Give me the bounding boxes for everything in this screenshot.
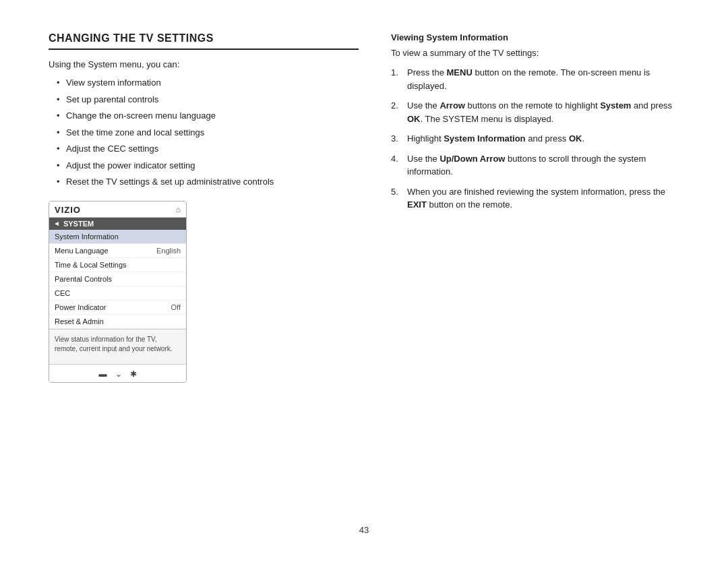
tv-screen-mockup: VIZIO ⌂ ◄ SYSTEM System Information Menu…: [49, 201, 187, 383]
two-column-layout: CHANGING THE TV SETTINGS Using the Syste…: [49, 32, 679, 509]
menu-item-value: English: [156, 247, 181, 255]
section-title: CHANGING THE TV SETTINGS: [49, 32, 359, 50]
menu-item-label: CEC: [55, 289, 70, 297]
menu-item-label: System Information: [55, 232, 119, 241]
vizio-logo: VIZIO: [55, 205, 81, 215]
list-item: Change the on-screen menu language: [57, 109, 359, 123]
list-item: Adjust the CEC settings: [57, 142, 359, 156]
bullet-list: View system information Set up parental …: [57, 76, 359, 189]
step-text: Use the Up/Down Arrow buttons to scroll …: [407, 152, 679, 179]
menu-item-label: Reset & Admin: [55, 317, 104, 325]
tv-menu-item-system-info: System Information: [49, 230, 186, 244]
page-container: CHANGING THE TV SETTINGS Using the Syste…: [0, 0, 728, 562]
step-1: 1. Press the MENU button on the remote. …: [391, 66, 679, 92]
steps-list: 1. Press the MENU button on the remote. …: [391, 66, 679, 212]
tv-menu-item-menu-language: Menu Language English: [49, 244, 186, 258]
page-number: 43: [49, 525, 679, 535]
menu-item-label: Menu Language: [55, 247, 109, 255]
home-icon: ⌂: [176, 205, 181, 214]
tv-icon-input: ▬: [99, 369, 107, 379]
list-item: Reset the TV settings & set up administr…: [57, 175, 359, 189]
step-number: 4.: [391, 152, 402, 179]
step-4: 4. Use the Up/Down Arrow buttons to scro…: [391, 152, 679, 179]
system-label: SYSTEM: [63, 220, 94, 228]
step-5: 5. When you are finished reviewing the s…: [391, 185, 679, 212]
tv-menu-item-power-indicator: Power Indicator Off: [49, 301, 186, 315]
tv-menu-item-parental-controls: Parental Controls: [49, 272, 186, 286]
step-3: 3. Highlight System Information and pres…: [391, 132, 679, 146]
step-number: 3.: [391, 132, 402, 146]
menu-item-label: Parental Controls: [55, 275, 112, 283]
back-arrow-icon: ◄: [53, 220, 60, 227]
tv-icon-arrow-down: ⌄: [115, 369, 122, 379]
list-item: Set the time zone and local settings: [57, 126, 359, 139]
tv-system-bar: ◄ SYSTEM: [49, 218, 186, 230]
tv-menu-item-time-local: Time & Local Settings: [49, 258, 186, 272]
menu-item-value: Off: [171, 303, 181, 311]
step-2: 2. Use the Arrow buttons on the remote t…: [391, 99, 679, 125]
left-column: CHANGING THE TV SETTINGS Using the Syste…: [49, 32, 359, 509]
step-text: When you are finished reviewing the syst…: [407, 185, 679, 212]
list-item: View system information: [57, 76, 359, 90]
step-text: Use the Arrow buttons on the remote to h…: [407, 99, 679, 125]
subsection-title: Viewing System Information: [391, 32, 679, 42]
step-number: 5.: [391, 185, 402, 212]
sub-intro: To view a summary of the TV settings:: [391, 48, 679, 58]
tv-icon-settings: ✱: [130, 369, 137, 379]
tv-bottom-icons: ▬ ⌄ ✱: [49, 364, 186, 382]
tv-menu-item-cec: CEC: [49, 286, 186, 301]
tv-footer-text: View status information for the TV, remo…: [55, 336, 173, 352]
tv-top-bar: VIZIO ⌂: [49, 201, 186, 218]
tv-footer: View status information for the TV, remo…: [49, 329, 186, 364]
tv-menu-item-reset-admin: Reset & Admin: [49, 315, 186, 329]
list-item: Adjust the power indicator setting: [57, 159, 359, 173]
intro-text: Using the System menu, you can:: [49, 59, 359, 69]
menu-item-label: Power Indicator: [55, 303, 106, 311]
tv-menu: System Information Menu Language English…: [49, 230, 186, 329]
step-number: 1.: [391, 66, 402, 92]
step-text: Highlight System Information and press O…: [407, 132, 584, 146]
step-text: Press the MENU button on the remote. The…: [407, 66, 679, 92]
step-number: 2.: [391, 99, 402, 125]
right-column: Viewing System Information To view a sum…: [391, 32, 679, 509]
list-item: Set up parental controls: [57, 93, 359, 106]
menu-item-label: Time & Local Settings: [55, 261, 127, 269]
